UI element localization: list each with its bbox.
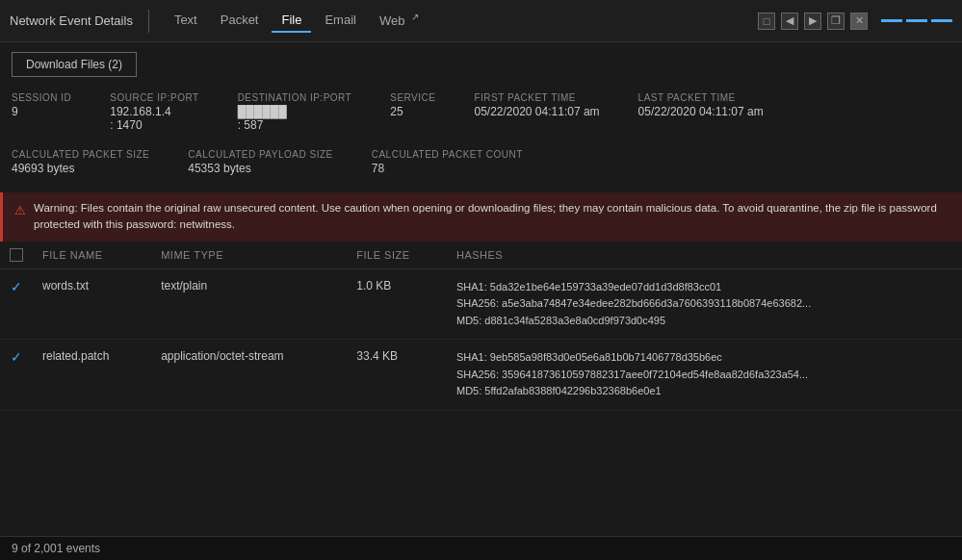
detach-button[interactable]: ❐ bbox=[827, 13, 845, 30]
app-title: Network Event Details bbox=[10, 13, 133, 28]
packet-size-group: CALCULATED PACKET SIZE 49693 bytes bbox=[12, 149, 149, 175]
session-id-group: SESSION ID 9 bbox=[12, 92, 71, 132]
table-row: ✓ related.patch application/octet-stream… bbox=[0, 340, 962, 411]
first-packet-value: 05/22/2020 04:11:07 am bbox=[474, 105, 599, 118]
last-packet-label: LAST PACKET TIME bbox=[638, 92, 764, 103]
col-checkbox[interactable] bbox=[0, 242, 33, 269]
table-row: ✓ words.txt text/plain 1.0 KB SHA1: 5da3… bbox=[0, 268, 962, 340]
packet-size-value: 49693 bytes bbox=[12, 162, 74, 175]
dest-ip-group: DESTINATION IP:PORT ██████: 587 bbox=[238, 92, 352, 132]
restore-button[interactable]: □ bbox=[758, 13, 775, 30]
col-hashes: HASHES bbox=[447, 242, 962, 269]
session-info-row2: CALCULATED PACKET SIZE 49693 bytes CALCU… bbox=[0, 149, 962, 192]
close-button[interactable]: ✕ bbox=[850, 13, 868, 30]
packet-size-label: CALCULATED PACKET SIZE bbox=[12, 149, 149, 160]
packet-count-value: 78 bbox=[372, 162, 384, 175]
row2-filename: related.patch bbox=[33, 340, 151, 411]
source-ip-label: SOURCE IP:PORT bbox=[110, 92, 198, 103]
tab-email[interactable]: Email bbox=[315, 9, 366, 33]
payload-size-label: CALCULATED PAYLOAD SIZE bbox=[188, 149, 332, 160]
warning-text: Warning: Files contain the original raw … bbox=[34, 200, 950, 234]
service-value: 25 bbox=[390, 105, 403, 118]
row2-sha1: SHA1: 9eb585a98f83d0e05e6a81b0b71406778d… bbox=[456, 349, 952, 367]
session-id-value: 9 bbox=[12, 105, 18, 118]
event-count: 9 of 2,001 events bbox=[12, 542, 100, 555]
prev-button[interactable]: ◀ bbox=[781, 13, 798, 30]
row2-mimetype: application/octet-stream bbox=[151, 340, 347, 411]
row1-sha1: SHA1: 5da32e1be64e159733a39ede07dd1d3d8f… bbox=[456, 279, 952, 296]
external-link-icon: ↗ bbox=[411, 12, 419, 22]
nav-tabs: Text Packet File Email Web ↗ bbox=[165, 8, 758, 34]
source-ip-value: 192.168.1.4: 1470 bbox=[110, 105, 170, 132]
blue-line-1 bbox=[881, 19, 902, 22]
row1-filename: words.txt bbox=[33, 268, 151, 340]
session-id-label: SESSION ID bbox=[12, 92, 71, 103]
footer: 9 of 2,001 events bbox=[0, 536, 962, 560]
next-button[interactable]: ▶ bbox=[804, 13, 821, 30]
download-files-button[interactable]: Download Files (2) bbox=[12, 52, 137, 77]
tab-packet[interactable]: Packet bbox=[211, 9, 269, 33]
blue-line-2 bbox=[906, 19, 927, 22]
packet-count-label: CALCULATED PACKET COUNT bbox=[372, 149, 523, 160]
row1-sha256: SHA256: a5e3aba74847e34edee282bd666d3a76… bbox=[456, 295, 952, 313]
warning-icon: ⚠ bbox=[14, 201, 26, 220]
first-packet-group: FIRST PACKET TIME 05/22/2020 04:11:07 am bbox=[474, 92, 599, 132]
dest-ip-value: ██████: 587 bbox=[238, 105, 287, 132]
row1-filesize: 1.0 KB bbox=[347, 268, 447, 340]
row1-mimetype: text/plain bbox=[151, 268, 347, 340]
col-filesize: FILE SIZE bbox=[347, 242, 447, 269]
row1-md5: MD5: d881c34fa5283a3e8a0cd9f973d0c495 bbox=[456, 313, 952, 330]
checked-icon: ✓ bbox=[11, 279, 22, 294]
last-packet-group: LAST PACKET TIME 05/22/2020 04:11:07 am bbox=[638, 92, 764, 132]
row2-md5: MD5: 5ffd2afab8388f042296b32368b6e0e1 bbox=[456, 383, 952, 400]
source-ip-group: SOURCE IP:PORT 192.168.1.4: 1470 bbox=[110, 92, 198, 132]
payload-size-group: CALCULATED PAYLOAD SIZE 45353 bytes bbox=[188, 149, 332, 175]
checked-icon: ✓ bbox=[11, 349, 22, 365]
row2-sha256: SHA256: 359641873610597882317aee0f72104e… bbox=[456, 367, 952, 384]
row2-checkbox[interactable]: ✓ bbox=[0, 340, 33, 411]
tab-text[interactable]: Text bbox=[165, 9, 207, 33]
table-header-row: FILE NAME MIME TYPE FILE SIZE HASHES bbox=[0, 242, 962, 269]
row1-hashes: SHA1: 5da32e1be64e159733a39ede07dd1d3d8f… bbox=[447, 268, 962, 340]
packet-count-group: CALCULATED PACKET COUNT 78 bbox=[372, 149, 523, 175]
dest-ip-label: DESTINATION IP:PORT bbox=[238, 92, 352, 103]
first-packet-label: FIRST PACKET TIME bbox=[474, 92, 599, 103]
service-group: SERVICE 25 bbox=[390, 92, 435, 132]
title-divider bbox=[148, 10, 149, 33]
col-filename: FILE NAME bbox=[33, 242, 151, 269]
tab-web[interactable]: Web ↗ bbox=[370, 8, 429, 34]
action-bar: Download Files (2) bbox=[0, 42, 962, 87]
service-label: SERVICE bbox=[390, 92, 435, 103]
row2-filesize: 33.4 KB bbox=[347, 340, 447, 411]
last-packet-value: 05/22/2020 04:11:07 am bbox=[638, 105, 764, 118]
row2-hashes: SHA1: 9eb585a98f83d0e05e6a81b0b71406778d… bbox=[447, 340, 962, 411]
blue-lines-decoration bbox=[881, 19, 952, 22]
col-mimetype: MIME TYPE bbox=[151, 242, 347, 269]
row1-checkbox[interactable]: ✓ bbox=[0, 268, 33, 340]
window-controls: □ ◀ ▶ ❐ ✕ bbox=[758, 13, 952, 30]
title-bar: Network Event Details Text Packet File E… bbox=[0, 0, 962, 42]
payload-size-value: 45353 bytes bbox=[188, 162, 250, 175]
tab-file[interactable]: File bbox=[272, 9, 311, 33]
file-table: FILE NAME MIME TYPE FILE SIZE HASHES ✓ w… bbox=[0, 242, 962, 412]
session-info: SESSION ID 9 SOURCE IP:PORT 192.168.1.4:… bbox=[0, 87, 962, 149]
file-table-wrap: FILE NAME MIME TYPE FILE SIZE HASHES ✓ w… bbox=[0, 242, 962, 537]
blue-line-3 bbox=[931, 19, 952, 22]
warning-banner: ⚠ Warning: Files contain the original ra… bbox=[0, 192, 962, 242]
